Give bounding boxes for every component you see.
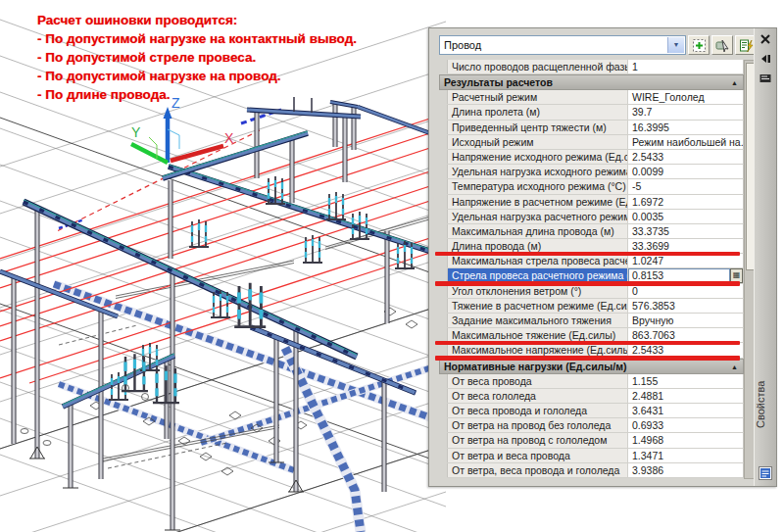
property-row[interactable]: От ветра на провод с гололедом1.4968 — [447, 433, 744, 448]
property-value: Вручную — [628, 314, 743, 327]
property-value: 1.3471 — [628, 449, 743, 462]
close-icon[interactable] — [759, 32, 772, 46]
property-label: Угол отклонения ветром (°) — [447, 284, 628, 298]
property-label: От веса провода и гололеда — [447, 404, 628, 417]
property-row[interactable]: Напряжение исходного режима (Ед.си...2.5… — [447, 150, 744, 165]
annotation-note: Расчет ошиновки проводится: - По допусти… — [37, 11, 357, 104]
property-row[interactable]: Максимальное напряжение (Ед.силы)2.5433 — [447, 343, 744, 358]
quick-select-icon — [739, 38, 754, 53]
annotation-line: - По допустимой нагрузке на провод. — [37, 67, 357, 85]
property-label: Удельная нагрузка расчетного режим... — [447, 210, 628, 223]
property-value: 0.0035 — [628, 210, 743, 223]
annotation-title: Расчет ошиновки проводится: — [37, 11, 357, 29]
property-label: Температура исходного режима (°C) — [447, 179, 628, 193]
red-marker-annotation — [435, 341, 740, 346]
property-row[interactable]: Удельная нагрузка исходного режима...0.0… — [447, 165, 744, 179]
property-value: 33.3735 — [628, 224, 743, 238]
property-value: 39.7 — [628, 105, 743, 119]
property-row[interactable]: Тяжение в расчетном режиме (Ед.силы)576.… — [447, 299, 744, 314]
property-row[interactable]: Максимальное тяжение (Ед.силы)863.7063 — [447, 328, 744, 343]
property-row[interactable]: Расчетный режимWIRE_Гололед — [447, 90, 744, 105]
property-label: Расчетный режим — [447, 90, 628, 104]
pickadd-toggle-button[interactable] — [688, 35, 710, 55]
select-objects-icon — [715, 38, 730, 53]
property-row[interactable]: Угол отклонения ветром (°)0 — [447, 284, 744, 299]
red-marker-annotation — [435, 356, 740, 361]
property-row[interactable]: От веса провода и гололеда3.6431 — [447, 404, 744, 418]
property-label: Исходный режим — [447, 135, 628, 149]
property-row[interactable]: Стрела провеса расчетного режима (м)0.81… — [447, 268, 744, 283]
property-value: 3.9386 — [628, 463, 743, 477]
property-value: 1 — [628, 60, 743, 73]
property-label: От веса гололеда — [447, 389, 628, 403]
property-label: Удельная нагрузка исходного режима... — [447, 165, 628, 178]
property-row[interactable]: Максимальная стрела провеса расчет...1.0… — [447, 254, 744, 268]
property-label: От ветра и веса провода — [447, 449, 628, 462]
collapse-arrow-icon[interactable]: ▲ — [731, 360, 738, 373]
property-value: 576.3853 — [628, 299, 743, 313]
property-value: WIRE_Гололед — [628, 90, 743, 104]
object-selector-value: Провод — [444, 39, 481, 51]
property-label: Задание максимального тяжения — [447, 314, 628, 327]
section-header[interactable]: Нормативные нагрузки (Ед.силы/м)▲ — [439, 359, 744, 374]
annotation-line: - По допустимой нагрузке на контактный в… — [37, 29, 357, 48]
ucs-x-label: X — [224, 130, 234, 146]
property-value: -5 — [628, 179, 743, 193]
property-value: 2.5433 — [628, 150, 743, 164]
property-label: Максимальная стрела провеса расчет... — [447, 254, 628, 267]
property-row[interactable]: От ветра на провод без гололеда0.6933 — [447, 418, 744, 433]
property-label: Длина пролета (м) — [447, 105, 628, 119]
red-marker-annotation — [435, 281, 740, 286]
section-header-label: Результаты расчетов — [444, 75, 553, 89]
property-value: 3.6431 — [628, 404, 743, 417]
property-row[interactable]: От веса провода1.155 — [447, 374, 744, 389]
red-marker-annotation — [435, 252, 740, 257]
section-header[interactable]: Результаты расчетов▲ — [439, 74, 744, 90]
palette-menu-icon[interactable] — [759, 72, 772, 85]
properties-badge-icon — [759, 466, 772, 480]
auto-hide-pin-icon[interactable] — [759, 52, 772, 66]
pickadd-icon — [692, 38, 707, 53]
annotation-line: - По допустимой стреле провеса. — [37, 48, 357, 67]
property-row[interactable]: От ветра и веса провода1.3471 — [447, 449, 744, 463]
property-value: 0.6933 — [628, 418, 743, 432]
palette-titlebar: Свойства — [754, 28, 776, 486]
property-row[interactable]: От веса гололеда2.4881 — [447, 389, 744, 404]
property-row[interactable]: Напряжение в расчетном режиме (Ед.с...1.… — [447, 195, 744, 210]
property-row[interactable]: Длина провода (м)33.3699 — [447, 239, 744, 254]
property-row[interactable]: Длина пролета (м)39.7 — [447, 105, 744, 120]
property-grid: Число проводов расщепленной фазы1Результ… — [439, 60, 744, 478]
property-value: 0 — [628, 284, 743, 298]
property-label: Тяжение в расчетном режиме (Ед.силы) — [447, 299, 628, 313]
property-row[interactable]: Число проводов расщепленной фазы1 — [447, 60, 744, 74]
property-value: 1.6972 — [628, 195, 743, 209]
property-row[interactable]: Исходный режимРежим наибольшей на... — [447, 135, 744, 150]
property-row[interactable]: Максимальная длина провода (м)33.3735 — [447, 224, 744, 239]
object-selector-combobox[interactable]: Провод ▼ — [439, 35, 686, 55]
property-label: Число проводов расщепленной фазы — [447, 60, 628, 73]
property-label: От ветра на провод без гололеда — [447, 418, 628, 432]
property-label: От ветра на провод с гололедом — [447, 433, 628, 447]
chevron-down-icon[interactable]: ▼ — [667, 37, 684, 53]
property-label: Приведенный центр тяжести (м) — [447, 121, 628, 134]
property-label: От веса провода — [447, 374, 628, 388]
property-row[interactable]: Удельная нагрузка расчетного режим...0.0… — [447, 210, 744, 224]
ucs-icon: Z Y X — [131, 95, 234, 163]
select-objects-button[interactable] — [711, 35, 733, 55]
property-row[interactable]: Приведенный центр тяжести (м)16.3995 — [447, 121, 744, 135]
property-value: 16.3995 — [628, 121, 743, 134]
property-value: 1.155 — [628, 374, 743, 388]
property-value: Режим наибольшей на... — [628, 135, 743, 149]
property-label: Напряжение в расчетном режиме (Ед.с... — [447, 195, 628, 209]
property-row[interactable]: Задание максимального тяженияВручную — [447, 314, 744, 328]
property-row[interactable]: Температура исходного режима (°C)-5 — [447, 179, 744, 194]
section-header-label: Нормативные нагрузки (Ед.силы/м) — [444, 360, 626, 373]
property-value: 2.4881 — [628, 389, 743, 403]
ucs-y-label: Y — [131, 124, 141, 140]
property-row[interactable]: От ветра, веса провода и гололеда3.9386 — [447, 463, 744, 478]
properties-palette: Провод ▼ Число проводов расщепленной фаз… — [428, 27, 777, 487]
property-label: От ветра, веса провода и гололеда — [447, 463, 628, 477]
collapse-arrow-icon[interactable]: ▲ — [731, 75, 738, 89]
palette-title: Свойства — [755, 370, 776, 439]
property-label: Напряжение исходного режима (Ед.си... — [447, 150, 628, 164]
